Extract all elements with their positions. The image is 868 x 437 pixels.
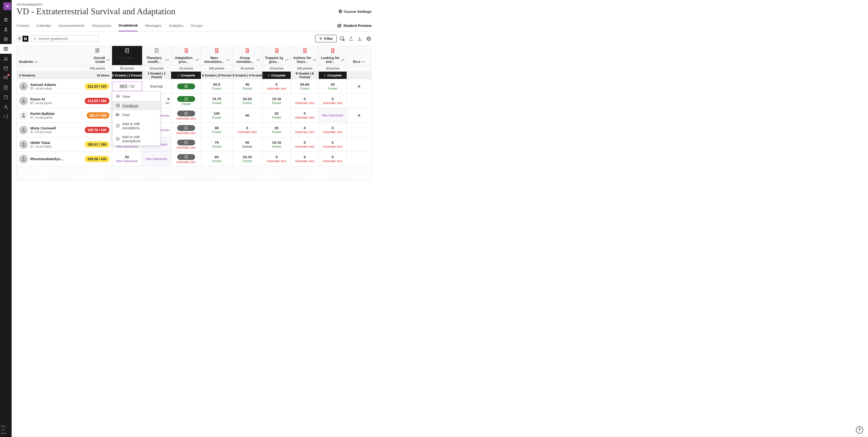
- profile-icon[interactable]: [0, 25, 11, 34]
- grade-cell[interactable]: 0Automatic zero: [318, 137, 347, 152]
- context-menu-item[interactable]: Add or edit exceptions: [112, 119, 160, 132]
- student-cell[interactable]: Misty CornwellID: vd.std.misty165.76 / 4…: [17, 124, 112, 136]
- assignment-header[interactable]: Adaptation proc...▲▼: [171, 46, 201, 65]
- grade-cell[interactable]: 20Posted: [262, 123, 291, 137]
- assignment-header[interactable]: Actions for funct...▲▼: [291, 46, 319, 65]
- grade-cell[interactable]: [171, 79, 201, 94]
- groups-icon[interactable]: [0, 54, 11, 63]
- grade-cell[interactable]: Automatic zero: [171, 137, 201, 152]
- grade-cell[interactable]: 98Posted: [201, 123, 232, 137]
- context-menu-item[interactable]: View: [112, 92, 160, 101]
- close-panel-button[interactable]: ✕: [3, 2, 11, 10]
- grade-cell[interactable]: 0Automatic zero: [291, 137, 319, 152]
- grade-cell[interactable]: 50New Submission: [112, 152, 142, 166]
- admin-icon[interactable]: [0, 102, 11, 112]
- tab-groups[interactable]: Groups: [190, 20, 203, 31]
- grade-cell[interactable]: 74.75Posted: [201, 94, 232, 108]
- grade-cell[interactable]: 19.16Posted: [262, 137, 291, 152]
- assignment-header[interactable]: Looking for wat...▲▼: [318, 46, 347, 65]
- context-menu-item[interactable]: Add or edit exemptions: [112, 132, 160, 146]
- student-cell[interactable]: Rhoshandiatellyn...329.58 / 430: [17, 153, 112, 165]
- signout-icon[interactable]: [0, 112, 11, 122]
- assignment-header[interactable]: Group simulatio...▲▼: [232, 46, 262, 65]
- settings-gear-icon[interactable]: [365, 36, 372, 42]
- grade-cell[interactable]: 0Automatic zero: [318, 94, 347, 108]
- grade-cell[interactable]: 0Automatic zero: [262, 79, 291, 94]
- grade-cell[interactable]: 84.66Posted: [291, 79, 319, 94]
- context-menu-item[interactable]: Post: [112, 110, 160, 119]
- grade-cell[interactable]: 100Posted: [201, 108, 232, 123]
- tab-discussions[interactable]: Discussions: [92, 20, 111, 31]
- grade-cell[interactable]: 0Automatic zero: [318, 152, 347, 166]
- assignment-header[interactable]: Knowledge on g...▲▼: [112, 46, 142, 65]
- grade-cell[interactable]: Automatic zero: [171, 108, 201, 123]
- grade-cell[interactable]: 0Automatic zero: [291, 94, 319, 108]
- grade-cell[interactable]: New Submission: [142, 152, 171, 166]
- tab-analytics[interactable]: Analytics: [169, 20, 183, 31]
- list-view-button[interactable]: ☰: [17, 36, 23, 42]
- grade-input[interactable]: 48.5 / 50: [112, 82, 142, 91]
- student-cell[interactable]: Samuel AdamsID: vd.std.rabat312.25 / 420: [17, 81, 112, 92]
- student-preview-button[interactable]: Student Preview: [337, 23, 372, 28]
- grades-rail-icon[interactable]: [0, 83, 11, 92]
- grade-cell[interactable]: 20Posted: [262, 108, 291, 123]
- student-cell[interactable]: Pyoro AIID: vd.std.pyoro213.95 / 380: [17, 95, 112, 107]
- courses-icon[interactable]: [0, 44, 11, 54]
- assignment-header[interactable]: Planetary condit...▲▼: [142, 46, 171, 65]
- grade-cell[interactable]: Automatic zero: [171, 152, 201, 166]
- grade-cell[interactable]: 40: [232, 108, 262, 123]
- messages-icon[interactable]: 5: [0, 73, 11, 83]
- grid-view-button[interactable]: [23, 36, 28, 42]
- grade-cell[interactable]: [347, 152, 371, 166]
- assignment-header[interactable]: Re-e▲▼: [347, 46, 371, 65]
- grade-cell[interactable]: 33.33Posted: [232, 94, 262, 108]
- grade-cell[interactable]: 0Automatic zero: [318, 123, 347, 137]
- grade-cell[interactable]: 84Posted: [201, 152, 232, 166]
- grade-cell[interactable]: 40Exempt: [232, 137, 262, 152]
- search-settings-icon[interactable]: [339, 36, 345, 42]
- course-settings-button[interactable]: Course Settings: [338, 9, 372, 13]
- grade-cell[interactable]: A: [347, 108, 371, 123]
- grade-cell[interactable]: New Submission: [318, 108, 347, 123]
- student-cell[interactable]: Parfet BalblairID: vd.std.parfet281.2 / …: [17, 110, 112, 121]
- context-menu-item[interactable]: Feedback: [112, 101, 160, 110]
- overall-grade-pill: 213.95 / 380: [85, 98, 110, 104]
- grade-cell[interactable]: [347, 94, 371, 108]
- grade-cell[interactable]: [347, 123, 371, 137]
- grade-cell[interactable]: 0Automatic zero: [232, 123, 262, 137]
- globe-icon[interactable]: [0, 34, 11, 44]
- tab-calendar[interactable]: Calendar: [36, 20, 51, 31]
- grade-cell[interactable]: 0Automatic zero: [291, 152, 319, 166]
- grade-cell[interactable]: 40Posted: [232, 79, 262, 94]
- search-input[interactable]: [38, 36, 97, 41]
- grade-cell[interactable]: 33.33Posted: [232, 152, 262, 166]
- institution-icon[interactable]: [0, 15, 11, 25]
- tab-content[interactable]: Content: [17, 20, 29, 31]
- student-cell[interactable]: Hibiki TokaiID: vd.std.hibiki285.01 / 39…: [17, 139, 112, 150]
- grade-cell[interactable]: 19.16Posted: [262, 94, 291, 108]
- grade-cell[interactable]: Posted: [171, 94, 201, 108]
- grade-cell[interactable]: 0Automatic zero: [291, 123, 319, 137]
- students-header[interactable]: Students▲▼: [19, 60, 81, 64]
- grade-cell[interactable]: 0Automatic zero: [262, 152, 291, 166]
- grade-cell[interactable]: A: [347, 79, 371, 94]
- tools-icon[interactable]: [0, 92, 11, 102]
- grade-cell[interactable]: 0Automatic zero: [291, 108, 319, 123]
- search-box[interactable]: [31, 35, 99, 42]
- grade-cell[interactable]: 29Posted: [318, 79, 347, 94]
- overall-grade-header[interactable]: Overall Grade▲▼: [85, 56, 110, 64]
- calendar-icon[interactable]: [0, 63, 11, 73]
- preview-icon: [337, 23, 342, 28]
- download-icon[interactable]: [356, 36, 363, 42]
- grade-cell[interactable]: 79Posted: [201, 137, 232, 152]
- grade-cell[interactable]: 50.5Posted: [201, 79, 232, 94]
- tab-gradebook[interactable]: Gradebook: [119, 20, 138, 31]
- filter-button[interactable]: Filter: [315, 35, 337, 42]
- grade-cell[interactable]: [347, 137, 371, 152]
- tab-announcements[interactable]: Announcements: [58, 20, 85, 31]
- upload-icon[interactable]: [348, 36, 354, 42]
- assignment-header[interactable]: Mars Simulation...▲▼: [201, 46, 232, 65]
- grade-cell[interactable]: Automatic zero: [171, 123, 201, 137]
- tab-messages[interactable]: Messages: [145, 20, 161, 31]
- assignment-header[interactable]: Trappist-1g grou...▲▼: [262, 46, 291, 65]
